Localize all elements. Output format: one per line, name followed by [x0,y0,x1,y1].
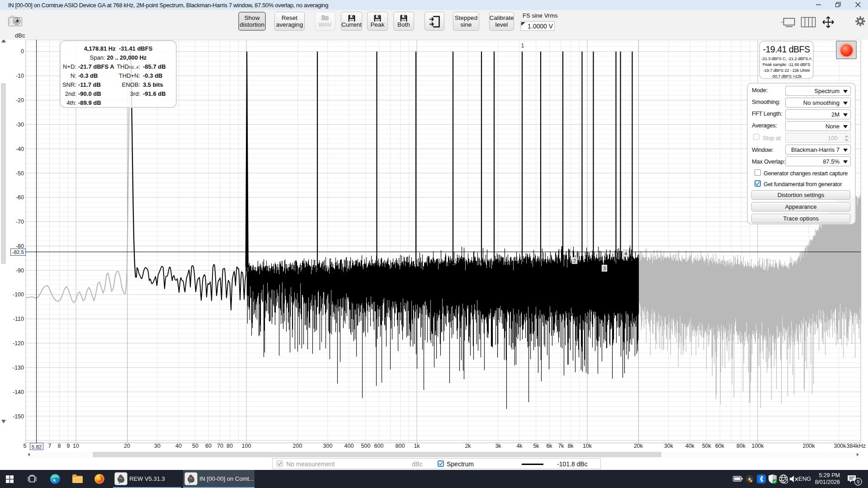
svg-text:-50: -50 [16,170,24,177]
svg-text:50k: 50k [702,443,712,449]
svg-text:40k: 40k [685,443,695,449]
svg-text:3: 3 [603,266,606,271]
svg-text:8k: 8k [567,443,574,449]
svg-text:600: 600 [374,443,384,449]
svg-text:20k: 20k [634,443,643,449]
svg-text:1k: 1k [414,443,420,449]
svg-text:9: 9 [67,443,70,449]
svg-text:-120: -120 [13,340,24,347]
svg-text:10k: 10k [583,443,592,449]
svg-text:6k: 6k [546,443,552,449]
svg-text:40: 40 [175,443,182,449]
svg-text:80k: 80k [736,443,746,449]
svg-text:300: 300 [323,443,333,449]
svg-text:100: 100 [242,443,251,449]
svg-text:60: 60 [205,443,212,449]
svg-text:-82.5: -82.5 [12,249,24,255]
svg-text:300k: 300k [834,443,846,449]
svg-text:1: 1 [521,42,524,49]
svg-text:5.82: 5.82 [32,444,42,450]
svg-text:80: 80 [226,443,233,449]
svg-text:2k: 2k [465,443,471,449]
svg-text:8: 8 [58,443,61,449]
svg-text:4: 4 [624,251,627,256]
svg-text:-20: -20 [16,97,24,103]
svg-text:200k: 200k [802,443,815,449]
svg-text:-40: -40 [16,146,24,152]
svg-text:-150: -150 [13,413,24,420]
svg-text:-110: -110 [13,316,24,322]
svg-text:30: 30 [154,443,160,449]
svg-text:-130: -130 [13,365,24,371]
svg-text:0: 0 [21,48,24,55]
svg-text:-60: -60 [16,194,24,201]
svg-text:-70: -70 [16,219,24,225]
svg-text:-30: -30 [16,122,24,128]
svg-text:-140: -140 [13,389,24,395]
svg-text:4k: 4k [516,443,523,449]
svg-text:5k: 5k [533,443,539,449]
svg-text:-100: -100 [13,291,24,298]
svg-text:60k: 60k [715,443,725,449]
svg-text:100k: 100k [751,443,764,449]
svg-text:7k: 7k [558,443,564,449]
svg-text:50: 50 [192,443,198,449]
svg-text:200: 200 [293,443,302,449]
svg-text:7: 7 [48,443,52,449]
svg-text:20: 20 [124,443,130,449]
svg-text:-90: -90 [16,267,24,274]
svg-text:-10: -10 [16,73,24,79]
svg-text:10: 10 [73,443,79,449]
svg-text:3k: 3k [495,443,501,449]
svg-text:400: 400 [344,443,354,449]
svg-text:5: 5 [24,443,27,449]
svg-text:2: 2 [573,258,576,263]
svg-text:9: 9 [857,479,859,484]
svg-text:-80: -80 [16,243,24,249]
svg-text:384kHz: 384kHz [847,443,866,449]
svg-text:500: 500 [361,443,371,449]
svg-text:70: 70 [217,443,223,449]
svg-text:800: 800 [396,443,405,449]
svg-text:30k: 30k [664,443,674,449]
